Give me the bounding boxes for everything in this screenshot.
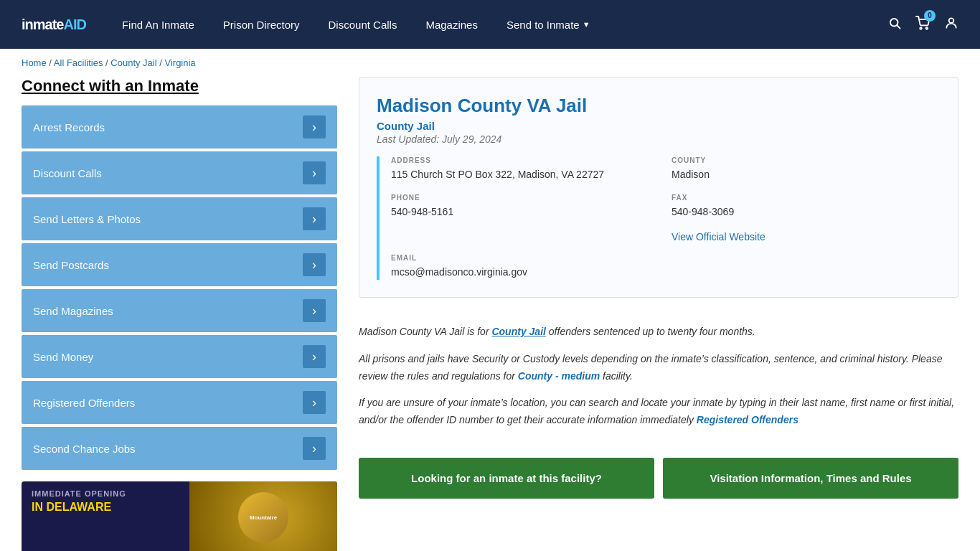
cart-icon[interactable]: 0 [915, 16, 930, 34]
facility-updated: Last Updated: July 29, 2024 [377, 133, 941, 145]
sidebar-menu: Arrest Records › Discount Calls › Send L… [22, 105, 337, 470]
ad-logo-area: Mountaire [189, 481, 337, 551]
svg-point-3 [926, 27, 928, 29]
address-label: ADDRESS [391, 156, 660, 164]
sidebar-item-send-magazines-label: Send Magazines [33, 305, 113, 317]
cart-badge: 0 [924, 10, 936, 22]
phone-value: 540-948-5161 [391, 204, 660, 220]
view-website-link[interactable]: View Official Website [672, 231, 765, 242]
sidebar-item-registered-offenders-label: Registered Offenders [33, 397, 135, 409]
svg-point-2 [920, 27, 922, 29]
sidebar-item-send-letters-label: Send Letters & Photos [33, 213, 141, 225]
address-block: ADDRESS 115 Church St PO Box 322, Madiso… [391, 156, 660, 182]
bottom-buttons: Looking for an inmate at this facility? … [359, 458, 958, 499]
sidebar-item-send-postcards-label: Send Postcards [33, 259, 109, 271]
fax-block: FAX 540-948-3069 View Official Website [672, 194, 941, 242]
desc-para3: If you are unsure of your inmate’s locat… [359, 395, 958, 429]
sidebar-item-send-postcards[interactable]: Send Postcards › [22, 243, 337, 286]
breadcrumb-home[interactable]: Home [22, 57, 47, 68]
arrow-icon: › [303, 391, 326, 414]
sidebar-item-discount-calls-label: Discount Calls [33, 167, 102, 179]
arrow-icon: › [303, 345, 326, 368]
search-icon[interactable] [888, 17, 901, 33]
logo-text: inmateAID [22, 17, 86, 33]
sidebar-item-registered-offenders[interactable]: Registered Offenders › [22, 381, 337, 424]
county-value: Madison [672, 167, 941, 182]
county-block: COUNTY Madison [672, 156, 941, 182]
desc-para1: Madison County VA Jail is for County Jai… [359, 324, 958, 341]
visitation-button[interactable]: Visitation Information, Times and Rules [663, 458, 958, 499]
arrow-icon: › [303, 207, 326, 230]
nav-prison-directory[interactable]: Prison Directory [223, 19, 300, 31]
facility-details: ADDRESS 115 Church St PO Box 322, Madiso… [377, 156, 941, 280]
desc-para1-after: offenders sentenced up to twenty four mo… [546, 326, 755, 337]
nav-find-an-inmate[interactable]: Find An Inmate [122, 19, 194, 31]
main-nav: Find An Inmate Prison Directory Discount… [122, 19, 867, 31]
ad-subtitle: IN DELAWARE [32, 499, 179, 515]
breadcrumb-virginia[interactable]: Virginia [164, 57, 195, 68]
sidebar-item-send-letters[interactable]: Send Letters & Photos › [22, 197, 337, 240]
desc-para2-after: facility. [600, 370, 633, 382]
desc-county-medium-link[interactable]: County - medium [518, 370, 600, 382]
logo-accent: AID [63, 17, 85, 32]
ad-text: IMMEDIATE OPENING IN DELAWARE [22, 481, 189, 551]
header-icons: 0 [888, 16, 958, 34]
svg-point-4 [949, 18, 954, 23]
sidebar-ad[interactable]: IMMEDIATE OPENING IN DELAWARE Mountaire [22, 481, 337, 551]
site-header: inmateAID Find An Inmate Prison Director… [0, 0, 980, 49]
sidebar: Connect with an Inmate Arrest Records › … [22, 77, 337, 551]
logo[interactable]: inmateAID [22, 17, 86, 33]
desc-para2: All prisons and jails have Security or C… [359, 351, 958, 385]
arrow-icon: › [303, 253, 326, 276]
dropdown-arrow-icon: ▼ [583, 20, 590, 29]
facility-description: Madison County VA Jail is for County Jai… [359, 312, 958, 451]
sidebar-title: Connect with an Inmate [22, 77, 337, 95]
breadcrumb-county-jail[interactable]: County Jail [110, 57, 156, 68]
desc-para1-before: Madison County VA Jail is for [359, 326, 491, 337]
facility-name: Madison County VA Jail [377, 95, 941, 117]
ad-title: IMMEDIATE OPENING [32, 489, 179, 499]
main-layout: Connect with an Inmate Arrest Records › … [0, 77, 980, 551]
sidebar-item-arrest-records[interactable]: Arrest Records › [22, 105, 337, 149]
fax-value: 540-948-3069 [672, 204, 941, 220]
nav-send-to-inmate[interactable]: Send to Inmate ▼ [507, 19, 590, 31]
arrow-icon: › [303, 116, 326, 138]
arrow-icon: › [303, 299, 326, 322]
content-area: Madison County VA Jail County Jail Last … [359, 77, 958, 551]
nav-magazines[interactable]: Magazines [425, 19, 478, 31]
email-block: EMAIL mcso@madisonco.virginia.gov [391, 254, 660, 280]
arrow-icon: › [303, 161, 326, 184]
facility-card: Madison County VA Jail County Jail Last … [359, 77, 958, 298]
arrow-icon: › [303, 437, 326, 460]
sidebar-item-second-chance-jobs-label: Second Chance Jobs [33, 443, 136, 455]
desc-para2-before: All prisons and jails have Security or C… [359, 353, 942, 382]
phone-label: PHONE [391, 194, 660, 202]
sidebar-item-arrest-records-label: Arrest Records [33, 121, 105, 133]
breadcrumb-all-facilities[interactable]: All Facilities [54, 57, 103, 68]
desc-para3-before: If you are unsure of your inmate’s locat… [359, 397, 954, 425]
ad-logo: Mountaire [238, 492, 288, 542]
find-inmate-button[interactable]: Looking for an inmate at this facility? [359, 458, 654, 499]
email-label: EMAIL [391, 254, 660, 262]
sidebar-item-discount-calls[interactable]: Discount Calls › [22, 151, 337, 194]
facility-type: County Jail [377, 120, 941, 132]
svg-line-1 [897, 25, 900, 28]
address-value: 115 Church St PO Box 322, Madison, VA 22… [391, 167, 660, 182]
breadcrumb: Home / All Facilities / County Jail / Vi… [0, 49, 980, 77]
sidebar-item-send-money[interactable]: Send Money › [22, 335, 337, 378]
user-icon[interactable] [944, 16, 958, 34]
phone-block: PHONE 540-948-5161 [391, 194, 660, 242]
sidebar-item-second-chance-jobs[interactable]: Second Chance Jobs › [22, 427, 337, 470]
county-label: COUNTY [672, 156, 941, 164]
sidebar-item-send-magazines[interactable]: Send Magazines › [22, 289, 337, 332]
nav-discount-calls[interactable]: Discount Calls [329, 19, 397, 31]
email-value: mcso@madisonco.virginia.gov [391, 265, 660, 280]
desc-county-jail-link[interactable]: County Jail [491, 326, 545, 337]
sidebar-item-send-money-label: Send Money [33, 351, 93, 363]
nav-send-to-inmate-label: Send to Inmate [507, 19, 580, 31]
desc-registered-offenders-link[interactable]: Registered Offenders [697, 414, 798, 425]
fax-label: FAX [672, 194, 941, 202]
